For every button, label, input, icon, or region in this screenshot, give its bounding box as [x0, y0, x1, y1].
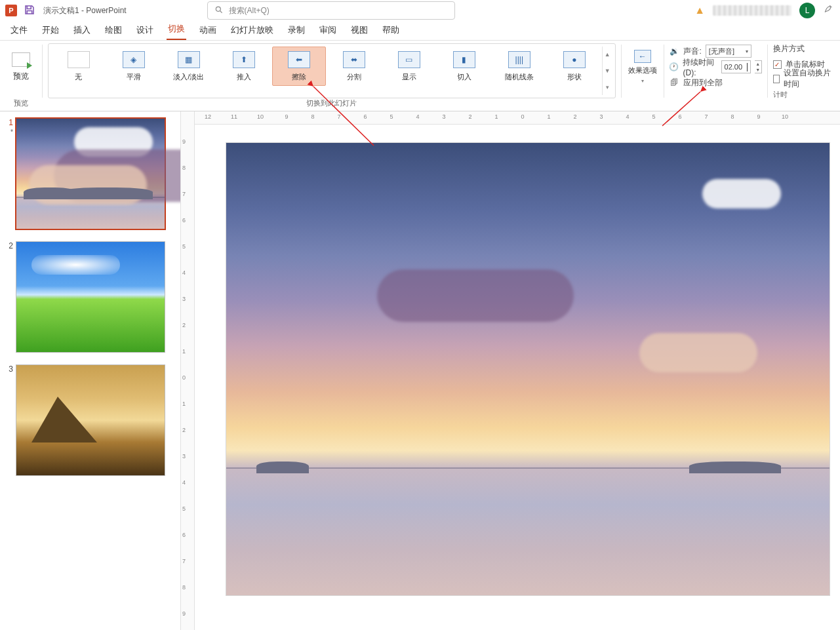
search-icon [214, 5, 224, 16]
none-icon [68, 51, 90, 68]
apply-to-all[interactable]: 应用到全部 [683, 77, 723, 89]
duration-input[interactable]: 02.00 [721, 60, 751, 73]
gallery-expand[interactable]: ▾ [603, 79, 612, 95]
tab-record[interactable]: 录制 [287, 22, 306, 40]
user-avatar[interactable]: L [799, 3, 815, 18]
transition-label: 推入 [237, 72, 251, 82]
ruler-tick: 1 [494, 113, 498, 120]
user-name-blurred [713, 5, 791, 16]
transition-label: 无 [75, 72, 82, 82]
advance-title: 换片方式 [773, 43, 835, 54]
transition-split[interactable]: ⬌分割 [327, 47, 381, 86]
transition-random-bars[interactable]: ||||随机线条 [492, 47, 546, 86]
ruler-tick: 7 [337, 113, 340, 120]
ruler-tick: 2 [182, 427, 186, 433]
menu-bar: 文件 开始 插入 绘图 设计 切换 动画 幻灯片放映 录制 审阅 视图 帮助 [0, 21, 840, 41]
transition-push[interactable]: ⬆推入 [217, 47, 271, 86]
transition-shape[interactable]: ●形状 [548, 47, 601, 86]
timing-group-label: 计时 [773, 90, 835, 101]
transition-fade[interactable]: ▦淡入/淡出 [162, 47, 216, 86]
ruler-tick: 11 [231, 113, 237, 120]
spinner-up[interactable]: ▲ [755, 61, 761, 67]
auto-after-checkbox[interactable] [773, 75, 780, 83]
transition-label: 淡入/淡出 [173, 72, 204, 82]
ruler-tick: 1 [182, 401, 186, 407]
tab-animations[interactable]: 动画 [198, 22, 218, 40]
tab-file[interactable]: 文件 [9, 22, 29, 40]
tab-slideshow[interactable]: 幻灯片放映 [230, 22, 275, 40]
transition-label: 分割 [347, 72, 361, 82]
tab-insert[interactable]: 插入 [72, 22, 92, 40]
slide-canvas[interactable] [226, 143, 830, 595]
ruler-tick: 4 [416, 113, 419, 120]
tab-transitions[interactable]: 切换 [167, 20, 186, 40]
ruler-tick: 3 [182, 453, 186, 460]
ruler-tick: 6 [182, 532, 186, 538]
ruler-tick: 12 [205, 113, 211, 120]
sound-value: [无声音] [709, 47, 734, 56]
wipe-icon: ⬅ [288, 51, 310, 68]
ruler-tick: 2 [182, 322, 186, 328]
clock-icon: 🕐 [669, 62, 679, 71]
powerpoint-app-icon: P [5, 5, 17, 16]
tab-help[interactable]: 帮助 [381, 22, 401, 40]
thumbnail-2[interactable]: 2 [4, 241, 176, 353]
transition-wipe[interactable]: ⬅擦除 [272, 47, 326, 86]
coming-soon-icon[interactable] [823, 3, 835, 18]
sound-select[interactable]: [无声音] ▾ [706, 45, 751, 58]
transition-reveal[interactable]: ▭显示 [382, 47, 436, 86]
transition-star-icon: * [10, 128, 13, 136]
tab-view[interactable]: 视图 [350, 22, 369, 40]
tab-home[interactable]: 开始 [41, 22, 60, 40]
ribbon: 预览 预览 无◈平滑▦淡入/淡出⬆推入⬅擦除⬌分割▭显示▮切入||||随机线条●… [0, 41, 840, 111]
transition-label: 平滑 [127, 72, 141, 82]
ruler-tick: 6 [182, 217, 186, 224]
svg-line-1 [220, 10, 222, 12]
gallery-scroll-up[interactable]: ▲ [603, 47, 612, 63]
fade-icon: ▦ [178, 51, 200, 68]
thumbnail-image-3 [16, 364, 165, 476]
ruler-tick: 3 [442, 113, 445, 120]
duration-spinner[interactable]: ▲ ▼ [755, 60, 762, 73]
advance-panel: 换片方式 ✓ 单击鼠标时 设置自动换片时间 计时 [768, 41, 840, 111]
search-input[interactable]: 搜索(Alt+Q) [207, 1, 455, 20]
effect-options-button[interactable]: ← 效果选项 ▾ [625, 43, 660, 90]
preview-icon [12, 52, 30, 67]
gallery-scroll-down[interactable]: ▼ [603, 63, 612, 79]
spinner-down[interactable]: ▼ [755, 67, 761, 73]
ruler-tick: 6 [363, 113, 367, 120]
split-icon: ⬌ [343, 51, 365, 68]
tab-design[interactable]: 设计 [135, 22, 155, 40]
search-placeholder: 搜索(Alt+Q) [229, 5, 270, 16]
on-click-checkbox[interactable]: ✓ [773, 60, 782, 69]
slide-image [226, 143, 830, 595]
ruler-tick: 4 [626, 113, 629, 120]
thumbnail-1[interactable]: 1* [4, 118, 176, 229]
text-cursor [747, 63, 748, 71]
ruler-tick: 7 [182, 558, 186, 564]
transition-none[interactable]: 无 [52, 47, 106, 86]
vertical-ruler: 9876543210123456789 [180, 111, 195, 630]
transition-label: 显示 [402, 72, 416, 82]
transition-morph[interactable]: ◈平滑 [107, 47, 161, 86]
tab-draw[interactable]: 绘图 [104, 22, 123, 40]
ruler-tick: 8 [730, 113, 734, 120]
ruler-tick: 1 [182, 348, 186, 355]
sound-label: 声音: [683, 46, 701, 57]
transition-cut[interactable]: ▮切入 [437, 47, 491, 86]
tab-review[interactable]: 审阅 [318, 22, 338, 40]
warning-icon[interactable]: ▲ [694, 5, 705, 16]
slide-thumbnails: 1* 2 3 [0, 111, 180, 630]
save-icon[interactable] [24, 4, 35, 18]
thumb-number: 1 [9, 118, 13, 127]
transition-gallery: 无◈平滑▦淡入/淡出⬆推入⬅擦除⬌分割▭显示▮切入||||随机线条●形状 ▲ ▼… [48, 43, 616, 98]
preview-button[interactable]: 预览 [5, 43, 37, 90]
slide-canvas-area: 121110987654321012345678910 [195, 111, 840, 630]
ruler-tick: 0 [182, 374, 186, 381]
ruler-tick: 9 [182, 610, 186, 617]
ruler-tick: 3 [182, 296, 186, 302]
shape-icon: ● [563, 51, 586, 68]
thumbnail-3[interactable]: 3 [4, 364, 176, 476]
transition-label: 擦除 [292, 72, 306, 82]
ruler-tick: 4 [182, 269, 186, 276]
